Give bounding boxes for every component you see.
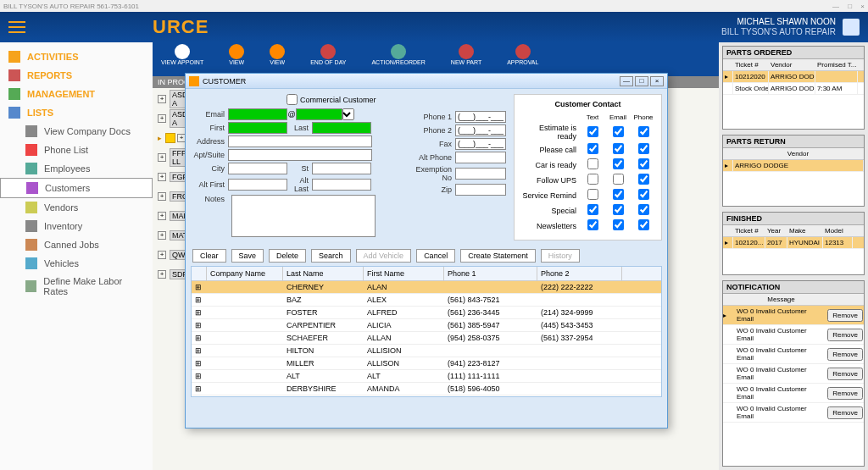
contact-checkbox[interactable] — [613, 143, 624, 154]
expand-icon[interactable]: + — [158, 114, 166, 123]
dialog-maximize-icon[interactable]: □ — [635, 76, 648, 86]
close-icon[interactable]: × — [860, 3, 865, 10]
sidebar-item-vendors[interactable]: Vendors — [0, 198, 153, 217]
contact-checkbox[interactable] — [638, 219, 649, 230]
table-row[interactable]: ⊞SCHAEFERALLAN(954) 258-0375(561) 337-29… — [192, 332, 661, 345]
contact-checkbox[interactable] — [638, 126, 649, 137]
contact-checkbox[interactable] — [587, 189, 598, 200]
toolbar-item[interactable]: APPROVAL — [507, 44, 538, 75]
grid-col-phone2[interactable]: Phone 2 — [537, 267, 622, 280]
notification-row[interactable]: WO 0 Invalid Customer EmailRemove — [723, 325, 864, 345]
table-row[interactable]: ▸ARRIGO DODGE — [723, 160, 864, 172]
phone2-field[interactable] — [455, 124, 506, 136]
expand-icon[interactable]: + — [158, 212, 166, 220]
commercial-checkbox[interactable] — [287, 94, 298, 105]
address-field[interactable] — [228, 135, 372, 147]
notification-row[interactable]: WO 0 Invalid Customer EmailRemove — [723, 403, 864, 423]
sidebar-item-reports[interactable]: REPORTS — [0, 66, 153, 85]
table-row[interactable]: ⊞DERBYSHIREAMANDA(518) 596-4050 — [192, 383, 661, 395]
table-row[interactable]: ⊞CARPENTIERALICIA(561) 385-5947(445) 543… — [192, 319, 661, 332]
city-field[interactable] — [228, 163, 287, 174]
altphone-field[interactable] — [455, 152, 506, 163]
sidebar-item-activities[interactable]: ACTIVITIES — [0, 47, 153, 66]
remove-button[interactable]: Remove — [827, 329, 863, 341]
table-row[interactable]: ⊞HILTONALLISION — [192, 345, 661, 357]
create-statement-button[interactable]: Create Statement — [460, 249, 536, 263]
last-field[interactable] — [312, 122, 371, 134]
contact-checkbox[interactable] — [587, 204, 598, 215]
grid-col-last[interactable]: Last Name — [283, 267, 364, 280]
dialog-titlebar[interactable]: CUSTOMER — □ × — [186, 74, 667, 89]
sidebar-item-lists[interactable]: LISTS — [0, 103, 153, 122]
remove-button[interactable]: Remove — [827, 368, 863, 380]
delete-button[interactable]: Delete — [269, 249, 306, 263]
notification-row[interactable]: WO 0 Invalid Customer EmailRemove — [723, 345, 864, 364]
maximize-icon[interactable]: □ — [848, 3, 852, 10]
toolbar-item[interactable]: VIEW APPOINT — [161, 44, 203, 75]
expand-icon[interactable]: + — [158, 192, 166, 201]
toolbar-item[interactable]: VIEW — [229, 44, 244, 75]
altfirst-field[interactable] — [228, 179, 287, 191]
contact-checkbox[interactable] — [587, 126, 598, 137]
cancel-button[interactable]: Cancel — [416, 249, 455, 263]
first-field[interactable] — [228, 122, 287, 134]
sidebar-item-employees[interactable]: Employees — [0, 159, 153, 178]
minimize-icon[interactable]: — — [832, 3, 839, 10]
sidebar-item-management[interactable]: MANAGEMENT — [0, 85, 153, 103]
sidebar-item-vehicles[interactable]: Vehicles — [0, 254, 153, 273]
expand-icon[interactable]: + — [158, 153, 166, 162]
phone1-field[interactable] — [455, 111, 506, 123]
notification-row[interactable]: ▸WO 0 Invalid Customer EmailRemove — [723, 306, 864, 325]
grid-col-first[interactable]: First Name — [364, 267, 444, 280]
contact-checkbox[interactable] — [587, 219, 598, 230]
toolbar-item[interactable]: VIEW — [270, 44, 285, 75]
altlast-field[interactable] — [312, 179, 371, 191]
grid-col-phone1[interactable]: Phone 1 — [444, 267, 537, 280]
expand-icon[interactable]: + — [158, 95, 166, 103]
fax-field[interactable] — [455, 138, 506, 150]
table-row[interactable]: ⊞FOSTERALFRED(561) 236-3445(214) 324-999… — [192, 307, 661, 319]
contact-checkbox[interactable] — [587, 143, 598, 154]
email-field[interactable] — [228, 108, 287, 120]
notification-row[interactable]: WO 0 Invalid Customer EmailRemove — [723, 384, 864, 403]
contact-checkbox[interactable] — [613, 174, 624, 185]
table-row[interactable]: ⊞MILLERALLISON(941) 223-8127 — [192, 357, 661, 370]
contact-checkbox[interactable] — [638, 143, 649, 154]
table-row[interactable]: Stock OrderARRIGO DOD...7:30 AM — [723, 83, 864, 95]
zip-field[interactable] — [455, 184, 506, 196]
save-button[interactable]: Save — [231, 249, 264, 263]
toolbar-item[interactable]: ACTION/REORDER — [371, 44, 425, 75]
dialog-close-icon[interactable]: × — [650, 76, 664, 86]
dialog-minimize-icon[interactable]: — — [620, 76, 633, 86]
contact-checkbox[interactable] — [613, 204, 624, 215]
search-button[interactable]: Search — [311, 249, 351, 263]
contact-checkbox[interactable] — [613, 126, 624, 137]
contact-checkbox[interactable] — [613, 219, 624, 230]
contact-checkbox[interactable] — [638, 189, 649, 200]
clear-button[interactable]: Clear — [192, 249, 226, 263]
sidebar-item-view-company-docs[interactable]: View Company Docs — [0, 122, 153, 141]
table-row[interactable]: ▸102120...2017HYUNDAI12313 — [723, 237, 864, 249]
table-row[interactable]: ⊞CHERNEYALAN(222) 222-2222 — [192, 281, 661, 294]
table-row[interactable]: ⊞MECCAAMANDA(203) 482-3088 — [192, 395, 661, 397]
contact-checkbox[interactable] — [638, 204, 649, 215]
table-row[interactable]: ⊞BAZALEX(561) 843-7521 — [192, 294, 661, 307]
grid-col-company[interactable]: Company Name — [207, 267, 283, 280]
sidebar-item-define-make-labor-rates[interactable]: Define Make Labor Rates — [0, 273, 153, 300]
contact-checkbox[interactable] — [587, 174, 598, 185]
sidebar-item-phone-list[interactable]: Phone List — [0, 141, 153, 159]
remove-button[interactable]: Remove — [827, 406, 863, 419]
notes-field[interactable] — [231, 195, 376, 237]
contact-checkbox[interactable] — [638, 174, 649, 185]
remove-button[interactable]: Remove — [827, 348, 863, 361]
st-field[interactable] — [312, 163, 371, 174]
contact-checkbox[interactable] — [613, 158, 624, 169]
contact-checkbox[interactable] — [613, 189, 624, 200]
expand-icon[interactable]: + — [158, 251, 166, 259]
exemption-field[interactable] — [455, 168, 506, 180]
email-domain-field[interactable] — [296, 108, 342, 120]
expand-icon[interactable]: + — [158, 231, 166, 240]
remove-button[interactable]: Remove — [827, 309, 863, 322]
expand-icon[interactable]: + — [158, 173, 166, 181]
toolbar-item[interactable]: NEW PART — [451, 44, 481, 75]
